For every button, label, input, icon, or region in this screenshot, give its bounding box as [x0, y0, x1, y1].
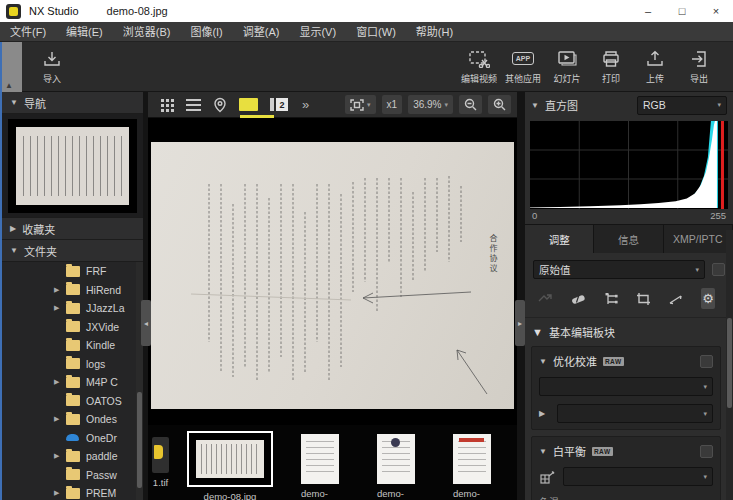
menu-browser[interactable]: 浏览器(B) — [113, 22, 181, 42]
scrollbar-thumb[interactable] — [727, 318, 732, 408]
white-balance-checkbox[interactable] — [700, 445, 713, 458]
slideshow-button[interactable]: 幻灯片 — [545, 49, 589, 85]
menu-adjust[interactable]: 调整(A) — [233, 22, 290, 42]
expand-arrow-icon[interactable]: ▶ — [54, 286, 66, 294]
folder-item-logs[interactable]: logs — [2, 355, 143, 374]
caret-down-icon: ▾ — [703, 473, 707, 481]
list-view-button[interactable] — [186, 94, 201, 116]
picture-control-select[interactable]: ▾ — [539, 377, 713, 396]
import-button[interactable]: 导入 — [30, 49, 74, 85]
folder-item-hirend[interactable]: ▶HiRend — [2, 281, 143, 300]
fit-to-screen-button[interactable]: ▾ — [345, 95, 376, 114]
folder-item-jxvide[interactable]: JXVide — [2, 318, 143, 337]
folder-item-prem[interactable]: ▶PREM — [2, 484, 143, 500]
minimize-button[interactable]: – — [631, 0, 665, 22]
expand-arrow-icon[interactable]: ▶ — [54, 415, 66, 423]
menu-file[interactable]: 文件(F) — [0, 22, 56, 42]
folder-item-kindle[interactable]: Kindle — [2, 336, 143, 355]
other-apps-button[interactable]: APP 其他应用 — [501, 49, 545, 85]
folder-item-jjazzla[interactable]: ▶JJazzLa — [2, 299, 143, 318]
edit-video-button[interactable]: 编辑视频 — [457, 49, 501, 85]
zoom-in-button[interactable] — [488, 95, 511, 114]
filmstrip-item[interactable]: demo-09.jpg — [301, 431, 339, 500]
folder-item-paddle[interactable]: ▶paddle — [2, 447, 143, 466]
expand-right-icon[interactable]: ▶ — [539, 409, 551, 418]
folder-label: logs — [86, 358, 105, 370]
preset-checkbox[interactable] — [712, 263, 725, 276]
adjustments-list-icon[interactable] — [604, 291, 619, 307]
channel-select[interactable]: RGB ▾ — [637, 96, 727, 115]
filmstrip-item-selected[interactable]: demo-08.jpg — [187, 431, 273, 500]
menu-edit[interactable]: 编辑(E) — [56, 22, 113, 42]
print-button[interactable]: 打印 — [589, 49, 633, 85]
panel-collapse-strip[interactable]: ▲ — [0, 42, 22, 92]
folder-item-oatos[interactable]: OATOS — [2, 392, 143, 411]
image-canvas[interactable]: 合作协议 — [148, 118, 517, 425]
expand-arrow-icon[interactable]: ▶ — [54, 378, 66, 386]
navigation-section-header[interactable]: ▼ 导航 — [2, 92, 143, 114]
caret-down-icon: ▾ — [703, 383, 707, 391]
right-splitter[interactable] — [517, 92, 525, 500]
favorites-section-header[interactable]: ▶ 收藏夹 — [2, 218, 143, 240]
slideshow-icon — [556, 49, 578, 69]
expand-arrow-icon[interactable]: ▶ — [54, 452, 66, 460]
more-tools-button[interactable]: » — [302, 97, 309, 112]
folder-item-onedrive[interactable]: OneDr — [2, 429, 143, 448]
image-view-button[interactable] — [239, 94, 258, 116]
tab-adjust[interactable]: 调整 — [525, 225, 594, 253]
picture-control-header[interactable]: ▼ 优化校准 RAW — [539, 353, 713, 369]
tab-info[interactable]: 信息 — [594, 225, 663, 253]
white-balance-header[interactable]: ▼ 白平衡 RAW — [539, 443, 713, 459]
picture-control-sub-select[interactable]: ▾ — [557, 404, 713, 423]
retouch-brush-icon[interactable] — [570, 291, 587, 307]
thumbnail-grid-view-button[interactable] — [160, 94, 174, 116]
filmstrip-item[interactable]: demo-10.jpg — [377, 431, 415, 500]
menu-image[interactable]: 图像(I) — [180, 22, 232, 42]
maximize-button[interactable]: □ — [665, 0, 699, 22]
zoom-1x-button[interactable]: x1 — [382, 95, 403, 114]
close-button[interactable]: × — [699, 0, 733, 22]
folder-item-ondes[interactable]: ▶Ondes — [2, 410, 143, 429]
zoom-level-select[interactable]: 36.9% ▾ — [408, 95, 453, 114]
folder-scrollbar[interactable] — [136, 262, 143, 500]
menu-help[interactable]: 帮助(H) — [406, 22, 463, 42]
straighten-tool-icon[interactable] — [668, 291, 684, 307]
versions-tool-icon[interactable] — [537, 291, 553, 307]
menu-window[interactable]: 窗口(W) — [346, 22, 406, 42]
menu-view[interactable]: 显示(V) — [289, 22, 346, 42]
export-icon — [689, 49, 709, 69]
white-balance-select[interactable]: ▾ — [563, 467, 713, 486]
zoom-out-button[interactable] — [459, 95, 482, 114]
folder-icon — [66, 488, 80, 499]
folder-label: paddle — [86, 450, 118, 462]
onedrive-cloud-icon — [66, 432, 80, 443]
right-panel-collapse-handle[interactable]: ▸ — [515, 300, 525, 346]
folder-item-m4p[interactable]: ▶M4P C — [2, 373, 143, 392]
compare-view-button[interactable]: 2 — [270, 94, 288, 116]
crop-tool-icon[interactable] — [636, 291, 651, 307]
navigation-preview[interactable] — [2, 114, 143, 218]
filmstrip-item-tif[interactable]: 1.tif — [152, 431, 169, 488]
folders-section-header[interactable]: ▼ 文件夹 — [2, 240, 143, 262]
preset-select[interactable]: 原始值 ▾ — [533, 260, 705, 279]
export-button[interactable]: 导出 — [677, 49, 721, 85]
expand-arrow-icon[interactable]: ▶ — [54, 489, 66, 497]
folder-item-frf[interactable]: FRF — [2, 262, 143, 281]
window-controls: – □ × — [631, 0, 733, 22]
left-panel-collapse-handle[interactable]: ◂ — [141, 300, 151, 346]
zoom-controls: ▾ x1 36.9% ▾ — [339, 95, 511, 114]
right-panel-scrollbar[interactable] — [726, 230, 733, 500]
folder-item-passw[interactable]: Passw — [2, 466, 143, 485]
basic-edit-section-header[interactable]: ▼ 基本编辑板块 — [525, 318, 733, 344]
tab-xmp-iptc[interactable]: XMP/IPTC — [664, 225, 733, 253]
filmstrip-item[interactable]: demo-12.jpg — [453, 431, 491, 500]
picture-control-checkbox[interactable] — [700, 355, 713, 368]
expand-arrow-icon[interactable]: ▶ — [54, 304, 66, 312]
histogram-header[interactable]: ▼ 直方图 RGB ▾ — [525, 92, 733, 118]
scrollbar-thumb[interactable] — [137, 392, 142, 488]
map-view-button[interactable] — [213, 94, 227, 116]
filmstrip: 1.tif demo-08.jpg demo-09.jpg demo-10.jp… — [148, 425, 517, 500]
upload-button[interactable]: 上传 — [633, 49, 677, 85]
settings-button[interactable]: ⚙ — [701, 288, 715, 309]
gray-point-sampler-icon[interactable] — [539, 469, 557, 485]
